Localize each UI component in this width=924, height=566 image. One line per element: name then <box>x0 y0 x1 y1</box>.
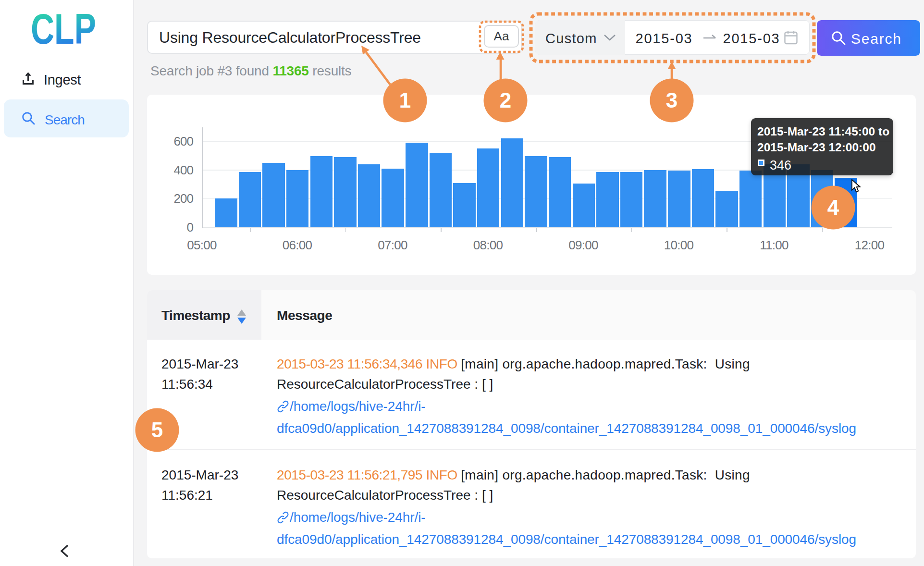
svg-text:CLP: CLP <box>31 10 96 47</box>
